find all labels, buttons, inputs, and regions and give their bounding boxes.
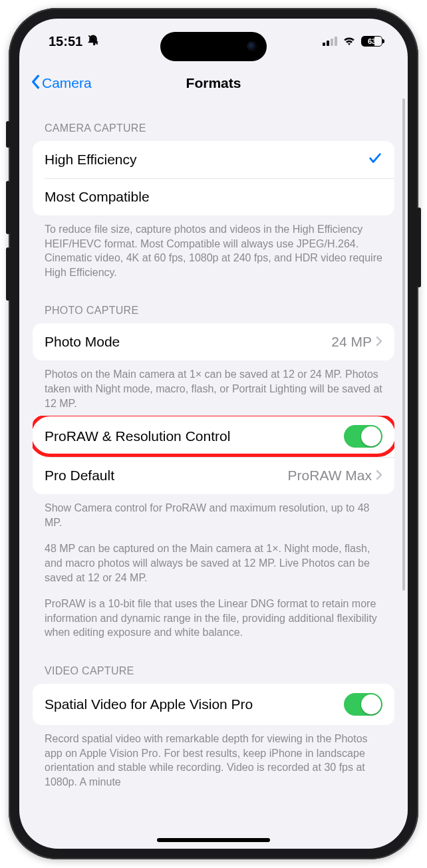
- most-compatible-label: Most Compatible: [45, 189, 382, 205]
- proraw-toggle-row[interactable]: ProRAW & Resolution Control: [33, 416, 394, 457]
- section-header-video-capture: VIDEO CAPTURE: [33, 645, 394, 684]
- screen: 15:51 63: [19, 19, 408, 849]
- phone-body: 15:51 63: [9, 8, 418, 859]
- video-capture-group: Spatial Video for Apple Vision Pro: [33, 684, 394, 725]
- silent-switch: [6, 121, 10, 148]
- pro-default-label: Pro Default: [45, 468, 288, 484]
- volume-up-button: [6, 181, 10, 234]
- photo-mode-group: Photo Mode 24 MP: [33, 323, 394, 361]
- chevron-left-icon: [30, 74, 41, 92]
- scroll-content[interactable]: CAMERA CAPTURE High Efficiency Most Comp…: [19, 102, 408, 821]
- back-button[interactable]: Camera: [30, 74, 92, 92]
- section-header-camera-capture: CAMERA CAPTURE: [33, 102, 394, 141]
- spatial-video-footer: Record spatial video with remarkable dep…: [33, 725, 394, 794]
- camera-capture-footer: To reduce file size, capture photos and …: [33, 216, 394, 285]
- most-compatible-row[interactable]: Most Compatible: [33, 178, 394, 216]
- photo-mode-footer: Photos on the Main camera at 1× can be s…: [33, 361, 394, 416]
- photo-mode-row[interactable]: Photo Mode 24 MP: [33, 323, 394, 361]
- proraw-footer-2: 48 MP can be captured on the Main camera…: [33, 535, 394, 590]
- page-title: Formats: [186, 75, 241, 91]
- photo-mode-value: 24 MP: [331, 334, 372, 350]
- volume-down-button: [6, 247, 10, 301]
- dynamic-island: [160, 32, 267, 61]
- cellular-icon: [323, 37, 337, 46]
- status-time: 15:51: [49, 34, 82, 49]
- spatial-video-label: Spatial Video for Apple Vision Pro: [45, 696, 344, 712]
- high-efficiency-label: High Efficiency: [45, 152, 368, 168]
- proraw-footer-3: ProRAW is a 10-bit file that uses the Li…: [33, 590, 394, 645]
- chevron-right-icon: [376, 334, 382, 350]
- proraw-group: ProRAW & Resolution Control Pro Default …: [33, 416, 394, 494]
- photo-mode-label: Photo Mode: [45, 334, 331, 350]
- battery-icon: 63: [361, 36, 382, 47]
- wifi-icon: [343, 34, 356, 49]
- spatial-video-toggle[interactable]: [344, 693, 382, 716]
- proraw-label: ProRAW & Resolution Control: [45, 428, 344, 444]
- checkmark-icon: [368, 151, 382, 169]
- power-button: [417, 208, 421, 287]
- spatial-video-row[interactable]: Spatial Video for Apple Vision Pro: [33, 684, 394, 725]
- proraw-toggle[interactable]: [344, 425, 382, 448]
- section-header-photo-capture: PHOTO CAPTURE: [33, 285, 394, 323]
- pro-default-value: ProRAW Max: [288, 468, 372, 484]
- chevron-right-icon: [376, 468, 382, 484]
- proraw-footer-1: Show Camera control for ProRAW and maxim…: [33, 494, 394, 535]
- camera-capture-group: High Efficiency Most Compatible: [33, 141, 394, 216]
- high-efficiency-row[interactable]: High Efficiency: [33, 141, 394, 178]
- silent-icon: [86, 33, 100, 50]
- pro-default-row[interactable]: Pro Default ProRAW Max: [33, 457, 394, 494]
- home-indicator[interactable]: [157, 838, 270, 842]
- back-label: Camera: [42, 75, 92, 91]
- scroll-indicator[interactable]: [402, 98, 405, 591]
- nav-bar: Camera Formats: [19, 64, 408, 102]
